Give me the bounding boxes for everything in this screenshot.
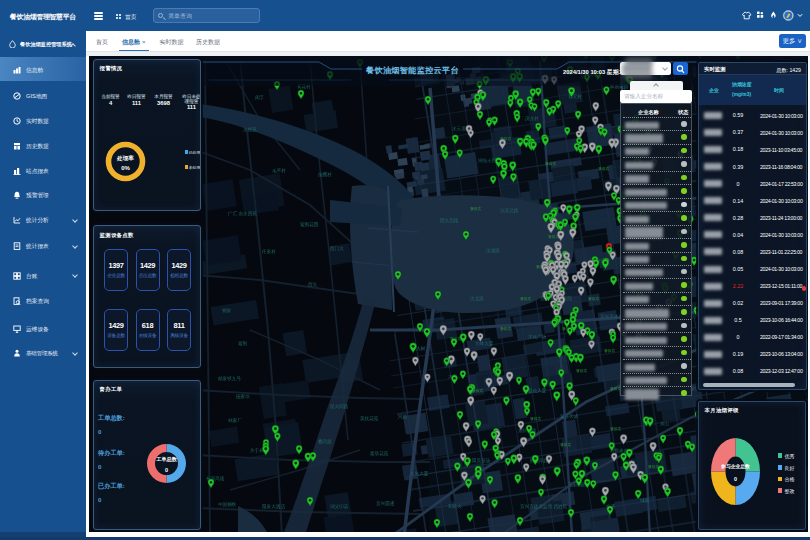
svg-text:湖父印染: 湖父印染 bbox=[330, 504, 349, 509]
svg-text:水云居: 水云居 bbox=[452, 126, 466, 131]
svg-text:中国钢铁: 中国钢铁 bbox=[218, 501, 237, 508]
svg-text:叙伦大厦: 叙伦大厦 bbox=[528, 387, 547, 394]
svg-text:0: 0 bbox=[734, 476, 737, 482]
svg-text:0: 0 bbox=[164, 467, 167, 473]
svg-text:餐饮店: 餐饮店 bbox=[530, 416, 542, 421]
svg-text:钢泉: 钢泉 bbox=[222, 307, 232, 313]
svg-text:宜兴市建设监局 西港苑: 宜兴市建设监局 西港苑 bbox=[520, 503, 568, 510]
svg-text:关于桥: 关于桥 bbox=[250, 447, 264, 453]
svg-text:和桥大: 和桥大 bbox=[448, 503, 462, 509]
svg-text:城南: 城南 bbox=[639, 498, 650, 503]
svg-text:宜兴圆通: 宜兴圆通 bbox=[376, 500, 395, 507]
svg-text:东山: 东山 bbox=[660, 421, 670, 426]
svg-text:星大同路: 星大同路 bbox=[329, 404, 349, 409]
svg-text:处理率: 处理率 bbox=[116, 154, 134, 161]
svg-text:河路: 河路 bbox=[397, 414, 408, 419]
svg-text:文峰大厦: 文峰大厦 bbox=[475, 340, 494, 347]
svg-text:紫云天成: 紫云天成 bbox=[560, 414, 579, 419]
svg-text:餐饮店: 餐饮店 bbox=[545, 161, 557, 166]
svg-text:紫荆: 紫荆 bbox=[238, 341, 248, 346]
svg-text:大树: 大树 bbox=[416, 346, 426, 351]
svg-text:餐饮店: 餐饮店 bbox=[604, 348, 616, 353]
svg-text:泰欣花苑: 泰欣花苑 bbox=[370, 450, 389, 457]
svg-text:餐饮店: 餐饮店 bbox=[470, 206, 482, 211]
svg-text:餐饮店: 餐饮店 bbox=[588, 296, 600, 301]
svg-text:蠡河路: 蠡河路 bbox=[318, 438, 332, 444]
svg-text:餐饮店: 餐饮店 bbox=[500, 326, 512, 331]
svg-text:餐饮店: 餐饮店 bbox=[610, 426, 622, 431]
svg-text:餐饮店: 餐饮店 bbox=[576, 368, 588, 373]
svg-text:林家厂: 林家厂 bbox=[227, 418, 242, 423]
svg-text:餐饮店: 餐饮店 bbox=[598, 166, 610, 171]
svg-text:餐饮店: 餐饮店 bbox=[560, 442, 572, 447]
svg-text:久光大厦: 久光大厦 bbox=[410, 470, 429, 477]
svg-text:参与企业总数: 参与企业总数 bbox=[720, 463, 750, 470]
svg-text:工单总数: 工单总数 bbox=[155, 456, 178, 463]
svg-text:0%: 0% bbox=[121, 165, 130, 171]
svg-text:餐饮店: 餐饮店 bbox=[520, 296, 532, 301]
